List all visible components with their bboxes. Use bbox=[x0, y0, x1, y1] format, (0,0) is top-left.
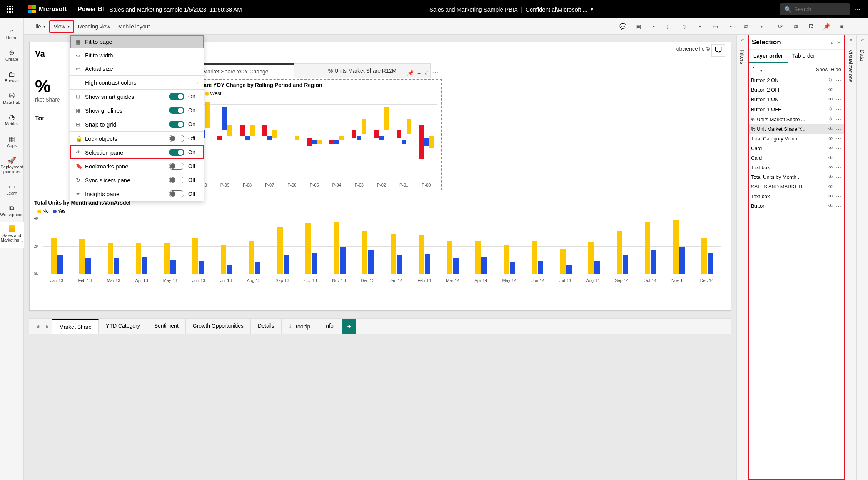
nav-current-report[interactable]: Sales and Marketing... bbox=[0, 222, 24, 248]
selection-item[interactable]: Button 2 OFF👁⋯ bbox=[749, 85, 844, 95]
more-icon[interactable]: ⋯ bbox=[835, 165, 842, 170]
selection-item[interactable]: Text box👁⋯ bbox=[749, 163, 844, 172]
chevron-down-icon[interactable]: ▾ bbox=[591, 7, 593, 12]
page-tab[interactable]: Info bbox=[317, 319, 341, 334]
pin-icon[interactable]: 📌 bbox=[407, 70, 414, 76]
selection-item[interactable]: Card👁⋯ bbox=[749, 153, 844, 163]
selection-item[interactable]: Total Units by Month ...👁⋯ bbox=[749, 172, 844, 182]
eye-icon[interactable]: 👁 bbox=[826, 184, 835, 190]
expand-icon[interactable]: « bbox=[737, 35, 748, 45]
selection-item[interactable]: Text box👁⋯ bbox=[749, 192, 844, 201]
page-tab[interactable]: Details bbox=[251, 319, 282, 334]
selection-item[interactable]: SALES AND MARKETI...👁⋯ bbox=[749, 182, 844, 192]
more-icon[interactable]: ⋯ bbox=[835, 203, 842, 209]
selection-item[interactable]: Button 2 ON⦰⋯ bbox=[749, 75, 844, 85]
reading-view-button[interactable]: Reading view bbox=[74, 21, 114, 32]
selection-item[interactable]: Button 1 OFF⦰⋯ bbox=[749, 104, 844, 114]
search-input-wrapper[interactable]: 🔍 bbox=[780, 3, 850, 15]
page-tab[interactable]: Growth Opportunities bbox=[186, 319, 251, 334]
eye-icon[interactable]: 👁 bbox=[826, 136, 835, 142]
eye-hidden-icon[interactable]: ⦰ bbox=[826, 116, 835, 122]
menu-fit-to-page[interactable]: ▣Fit to page bbox=[70, 35, 204, 48]
expand-icon[interactable]: « bbox=[845, 35, 856, 45]
eye-icon[interactable]: 👁 bbox=[826, 203, 835, 209]
more-icon[interactable]: ⋯ bbox=[835, 107, 842, 112]
move-down-icon[interactable]: ▼ bbox=[760, 69, 763, 73]
selection-item[interactable]: Button👁⋯ bbox=[749, 201, 844, 211]
menu-actual-size[interactable]: ▭Actual size bbox=[70, 62, 204, 75]
data-pane-collapsed[interactable]: « Data bbox=[856, 35, 868, 480]
menu-high-contrast[interactable]: High-contrast colors› bbox=[70, 76, 204, 89]
page-tab[interactable]: Sentiment bbox=[147, 319, 186, 334]
nav-apps[interactable]: ▦Apps bbox=[0, 132, 24, 153]
comment-icon[interactable]: 💬 bbox=[617, 20, 629, 33]
more-icon[interactable]: ⋯ bbox=[835, 174, 842, 180]
page-tab[interactable]: Market Share bbox=[52, 319, 99, 334]
menu-selection-pane[interactable]: 👁Selection paneOn bbox=[70, 145, 204, 159]
menu-snap-to-grid[interactable]: ⊞Snap to gridOn bbox=[70, 117, 204, 131]
add-page-button[interactable]: + bbox=[342, 319, 356, 334]
nav-home[interactable]: ⌂Home bbox=[0, 24, 24, 45]
nav-deployment[interactable]: 🚀Deployment pipelines bbox=[0, 153, 24, 179]
eye-icon[interactable]: 👁 bbox=[826, 145, 835, 151]
selection-item[interactable]: % Unit Market Share Y...👁⋯ bbox=[749, 124, 844, 134]
page-tab[interactable]: ⦰ Tooltip bbox=[282, 319, 317, 334]
menu-sync-slicers[interactable]: ↻Sync slicers paneOff bbox=[70, 173, 204, 187]
more-icon[interactable]: ⋯ bbox=[835, 117, 842, 122]
bookmark-icon[interactable]: ▢ bbox=[663, 20, 675, 33]
page-tab[interactable]: YTD Category bbox=[99, 319, 147, 334]
more-icon[interactable]: ⋯ bbox=[851, 20, 863, 33]
eye-hidden-icon[interactable]: ⦰ bbox=[826, 106, 835, 112]
toggle-selection[interactable] bbox=[169, 149, 184, 156]
menu-lock-objects[interactable]: 🔒Lock objectsOff bbox=[70, 132, 204, 145]
menu-gridlines[interactable]: ▦Show gridlinesOn bbox=[70, 103, 204, 117]
expand-icon[interactable]: « bbox=[857, 35, 868, 45]
selection-item[interactable]: Button 1 ON👁⋯ bbox=[749, 95, 844, 104]
filters-pane-collapsed[interactable]: « Filters bbox=[736, 35, 748, 480]
visualizations-pane-collapsed[interactable]: « Visualizations bbox=[845, 35, 856, 480]
view-menu[interactable]: View▾ bbox=[49, 20, 74, 33]
toggle-sync[interactable] bbox=[169, 177, 184, 183]
more-icon[interactable]: ⋯ bbox=[835, 184, 842, 190]
focus-mode-icon[interactable]: ⤢ bbox=[424, 70, 429, 76]
more-icon[interactable]: ⋯ bbox=[835, 77, 842, 83]
eye-icon[interactable]: 👁 bbox=[826, 87, 835, 93]
eye-icon[interactable]: 👁 bbox=[826, 155, 835, 161]
chevron-down-icon[interactable]: ▾ bbox=[724, 20, 737, 33]
persist-filters-icon[interactable]: ▣ bbox=[632, 20, 644, 33]
mobile-layout-button[interactable]: Mobile layout bbox=[114, 21, 154, 32]
more-icon[interactable]: ⋯ bbox=[835, 126, 842, 132]
chevron-down-icon[interactable]: ▾ bbox=[755, 20, 768, 33]
menu-fit-to-width[interactable]: ⇔Fit to width bbox=[70, 48, 204, 62]
pin-icon[interactable]: 📌 bbox=[820, 20, 833, 33]
nav-data-hub[interactable]: ⛁Data hub bbox=[0, 88, 24, 110]
nav-create[interactable]: ⊕Create bbox=[0, 45, 24, 67]
more-icon[interactable]: ⋯ bbox=[835, 155, 842, 161]
more-icon[interactable]: ⋯ bbox=[835, 145, 842, 151]
menu-insights-pane[interactable]: ✦Insights paneOff bbox=[70, 187, 204, 201]
teams-icon[interactable]: ▣ bbox=[836, 20, 848, 33]
more-icon[interactable]: ⋯ bbox=[835, 136, 842, 142]
nav-workspaces[interactable]: ⧉Workspaces bbox=[0, 201, 24, 222]
eye-icon[interactable]: 👁 bbox=[826, 165, 835, 170]
more-icon[interactable]: ⋯ bbox=[835, 97, 842, 102]
toggle-gridlines[interactable] bbox=[169, 107, 184, 114]
share-icon[interactable]: ⧉ bbox=[740, 20, 752, 33]
eye-icon[interactable]: 👁 bbox=[826, 174, 835, 180]
tabs-next-button[interactable]: ▶ bbox=[42, 324, 52, 329]
chevron-down-icon[interactable]: ▾ bbox=[648, 20, 660, 33]
more-icon[interactable]: ⋯ bbox=[835, 193, 842, 199]
app-launcher-icon[interactable] bbox=[4, 3, 16, 15]
fullscreen-icon[interactable]: ⧉ bbox=[790, 20, 802, 33]
search-input[interactable] bbox=[794, 6, 846, 12]
tab-layer-order[interactable]: Layer order bbox=[749, 50, 788, 63]
refresh-icon[interactable]: ⟳ bbox=[774, 20, 786, 33]
show-all-button[interactable]: Show bbox=[816, 67, 829, 72]
toggle-insights[interactable] bbox=[169, 190, 184, 197]
chart-total-units[interactable]: Total Units by Month and isVanArsdel NoY… bbox=[34, 199, 726, 283]
eye-icon[interactable]: 👁 bbox=[826, 97, 835, 102]
toggle-bookmarks[interactable] bbox=[169, 163, 184, 170]
toggle-smart-guides[interactable] bbox=[169, 93, 184, 100]
nav-browse[interactable]: 🗀Browse bbox=[0, 67, 24, 88]
filter-icon[interactable]: ≡ bbox=[417, 70, 421, 76]
